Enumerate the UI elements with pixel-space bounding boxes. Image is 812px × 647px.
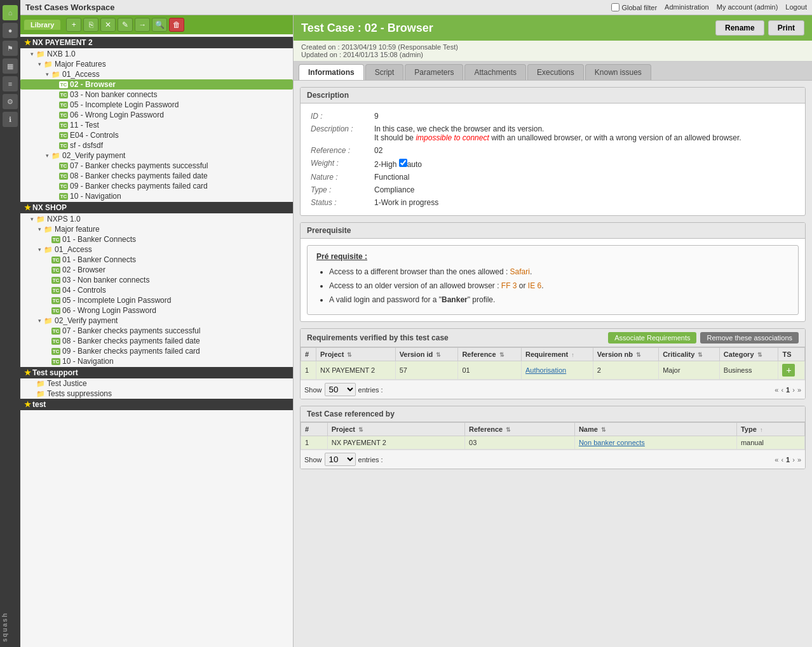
add-req-button[interactable]: + [782, 364, 795, 377]
description-table: ID : 9 Description : In this case, we ch… [307, 110, 799, 209]
associate-requirements-button[interactable]: Associate Requirements [608, 332, 696, 344]
tree-row-shop-07[interactable]: TC 07 - Banker checks payments successfu… [20, 326, 293, 336]
toggle-nxb: ▾ [28, 51, 36, 57]
tree-row-01-access-shop[interactable]: ▾ 📁 01_Access [20, 244, 293, 255]
ref-next-page-button[interactable]: › [792, 456, 795, 464]
print-button[interactable]: Print [768, 20, 804, 36]
next-page-button[interactable]: › [792, 386, 795, 394]
req-table-row: 1 NX PAYEMENT 2 57 01 Authorisation 2 Ma… [301, 361, 805, 380]
tree-row-shop-08[interactable]: TC 08 - Banker checks payments failed da… [20, 336, 293, 346]
user-icon[interactable]: ● [3, 23, 18, 38]
grid-icon[interactable]: ▦ [3, 58, 18, 74]
tree-label: 07 - Banker checks payments successful [62, 326, 200, 335]
tree-row-shop-01-banker[interactable]: TC 01 - Banker Connects [20, 255, 293, 265]
desc-row-type: Type : Compliance [307, 183, 799, 196]
section-test[interactable]: ★ test [20, 399, 293, 410]
toggle-shop-verify: ▾ [36, 317, 43, 324]
test-icon: TC [51, 326, 61, 335]
test-icon: TC [58, 110, 69, 119]
ref-first-page-button[interactable]: « [775, 456, 778, 464]
section-nx-payement-2[interactable]: ★ NX PAYEMENT 2 [20, 37, 293, 48]
ref-show-select[interactable]: 10 25 50 100 [325, 453, 356, 466]
rename-button[interactable]: Rename [715, 20, 764, 36]
test-icon: TC [51, 265, 61, 274]
tree-row-01-access[interactable]: ▾ 📁 01_Access [20, 69, 293, 79]
home-icon[interactable]: ⌂ [3, 5, 18, 20]
add-button[interactable]: + [66, 18, 81, 32]
tree-row-nxb[interactable]: ▾ 📁 NXB 1.0 [20, 49, 293, 59]
tree-row-05-incomplete[interactable]: TC 05 - Incomplete Login Password [20, 100, 293, 110]
tree-row-tests-suppressions[interactable]: 📁 Tests suppressions [20, 389, 293, 399]
show-select[interactable]: 50 10 25 100 [325, 383, 356, 396]
tab-attachments[interactable]: Attachments [464, 64, 526, 80]
my-account-link[interactable]: My account (admin) [717, 3, 778, 11]
tree-row-03-non-banker[interactable]: TC 03 - Non banker connects [20, 90, 293, 100]
tab-script[interactable]: Script [365, 64, 404, 80]
tree-row-10[interactable]: TC 10 - Navigation [20, 191, 293, 201]
gear-icon[interactable]: ⚙ [3, 94, 18, 109]
section-label: NX SHOP [32, 203, 67, 212]
tree-row-nxps[interactable]: ▾ 📁 NXPS 1.0 [20, 214, 293, 224]
star-icon: ★ [24, 400, 31, 409]
requirements-title: Requirements verified by this test case [307, 333, 449, 342]
ref-table-row: 1 NX PAYEMENT 2 03 Non banker connects m… [301, 436, 805, 450]
tree-row-06-wrong[interactable]: TC 06 - Wrong Login Password [20, 110, 293, 120]
description-content: ID : 9 Description : In this case, we ch… [301, 103, 805, 215]
tab-informations[interactable]: Informations [299, 64, 364, 80]
logout-link[interactable]: Logout [785, 3, 807, 11]
req-requirement: Authorisation [521, 361, 593, 380]
tree-label: 02_Verify payment [55, 316, 118, 325]
req-category: Business [719, 361, 778, 380]
administration-link[interactable]: Administration [665, 3, 709, 11]
tab-parameters[interactable]: Parameters [405, 64, 463, 80]
tree-row-shop-10[interactable]: TC 10 - Navigation [20, 356, 293, 366]
req-criticality: Major [659, 361, 720, 380]
tree-row-shop-05[interactable]: TC 05 - Incomplete Login Password [20, 295, 293, 305]
edit-button[interactable]: ✎ [118, 18, 133, 32]
section-nx-shop[interactable]: ★ NX SHOP [20, 202, 293, 213]
last-page-button[interactable]: » [797, 386, 801, 394]
tree-row-07[interactable]: TC 07 - Banker checks payments successfu… [20, 161, 293, 171]
tree-row-02-verify[interactable]: ▾ 📁 02_Verify payment [20, 150, 293, 161]
ref-col-type: Type ↑ [736, 423, 804, 436]
trash-button[interactable]: 🗑 [169, 18, 184, 32]
tree-row-sf-dsfsdf[interactable]: TC sf - dsfsdf [20, 140, 293, 150]
flag-icon[interactable]: ⚑ [3, 41, 18, 56]
tree-row-shop-03[interactable]: TC 03 - Non banker connects [20, 275, 293, 285]
tree-row-e04-controls[interactable]: TC E04 - Controls [20, 130, 293, 140]
tree-row-shop-09[interactable]: TC 09 - Banker checks payments failed ca… [20, 346, 293, 356]
description-label: Description : [307, 123, 370, 144]
remove-associations-button[interactable]: Remove these associations [700, 332, 799, 344]
tree-row-02-browser[interactable]: TC 02 - Browser [20, 79, 293, 90]
tree-row-01-banker-connects[interactable]: TC 01 - Banker Connects [20, 234, 293, 244]
tree-row-major-feature[interactable]: ▾ 📁 Major feature [20, 224, 293, 234]
library-tab[interactable]: Library [24, 20, 60, 30]
tree-row-major-features[interactable]: ▾ 📁 Major Features [20, 59, 293, 69]
prev-page-button[interactable]: ‹ [781, 386, 783, 394]
authorisation-link[interactable]: Authorisation [525, 366, 566, 374]
tree-row-shop-04[interactable]: TC 04 - Controls [20, 285, 293, 295]
move-button[interactable]: → [135, 18, 150, 32]
delete-button[interactable]: ✕ [100, 18, 116, 32]
tree-row-shop-verify[interactable]: ▾ 📁 02_Verify payment [20, 316, 293, 326]
first-page-button[interactable]: « [775, 386, 778, 394]
auto-checkbox[interactable] [399, 159, 407, 167]
tree-row-08[interactable]: TC 08 - Banker checks payments failed da… [20, 171, 293, 181]
tab-executions[interactable]: Executions [527, 64, 584, 80]
ref-prev-page-button[interactable]: ‹ [781, 456, 783, 464]
info-icon[interactable]: ℹ [3, 112, 18, 127]
tree-row-09[interactable]: TC 09 - Banker checks payments failed ca… [20, 181, 293, 191]
non-banker-connects-link[interactable]: Non banker connects [579, 439, 645, 446]
tree-row-shop-02-browser[interactable]: TC 02 - Browser [20, 265, 293, 275]
search-button[interactable]: 🔍 [152, 18, 167, 32]
tab-known-issues[interactable]: Known issues [585, 64, 651, 80]
copy-button[interactable]: ⎘ [83, 18, 98, 32]
tree-row-11-test[interactable]: TC 11 - Test [20, 120, 293, 130]
tree-row-test-justice[interactable]: 📁 Test Justice [20, 378, 293, 389]
global-filter-checkbox[interactable] [611, 3, 619, 11]
sort-icon: ⇅ [347, 352, 352, 358]
ref-last-page-button[interactable]: » [797, 456, 801, 464]
chart-icon[interactable]: ≡ [3, 76, 18, 91]
tree-row-shop-06[interactable]: TC 06 - Wrong Login Password [20, 305, 293, 316]
section-test-support[interactable]: ★ Test support [20, 367, 293, 378]
